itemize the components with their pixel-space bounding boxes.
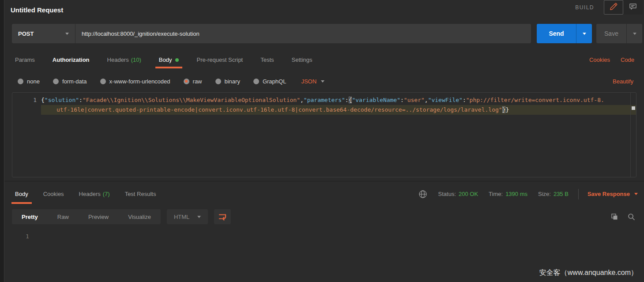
- meta-divider: [578, 189, 579, 199]
- pencil-icon: [609, 2, 618, 13]
- code-content-line-1-wrapped: utf-16le|convert.quoted-printable-encode…: [41, 105, 636, 115]
- tab-authorization[interactable]: Authorization: [53, 48, 90, 72]
- view-preview[interactable]: Preview: [79, 209, 118, 224]
- edit-mode-button[interactable]: [604, 0, 623, 15]
- response-line-number: 1: [26, 233, 29, 240]
- request-tabs-right: Cookies Code: [579, 48, 634, 72]
- status-badge: Status: 200 OK: [438, 191, 478, 197]
- modes-right: Beautify: [613, 77, 633, 85]
- editor-scrollbar-thumb[interactable]: [632, 106, 635, 110]
- tab-params[interactable]: Params: [15, 48, 35, 72]
- raw-language-value: JSON: [301, 78, 316, 85]
- chevron-down-icon: [65, 33, 69, 35]
- tab-pre-request-script[interactable]: Pre-request Script: [196, 48, 243, 72]
- request-header: Untitled Request BUILD: [4, 0, 644, 19]
- beautify-link[interactable]: Beautify: [613, 78, 633, 85]
- search-icon: [627, 213, 635, 221]
- response-tab-cookies[interactable]: Cookies: [43, 181, 64, 207]
- request-url-bar: POST Send Save: [4, 19, 644, 48]
- wrap-text-button[interactable]: [214, 209, 231, 224]
- send-options-button[interactable]: [576, 24, 592, 43]
- mode-x-www-form-urlencoded[interactable]: x-www-form-urlencoded: [100, 78, 170, 85]
- mode-raw-selected[interactable]: raw: [184, 78, 202, 85]
- response-body-viewer[interactable]: 1 安全客（www.anquanke.com）: [4, 227, 644, 282]
- radio-icon: [18, 79, 23, 84]
- tab-settings[interactable]: Settings: [292, 48, 313, 72]
- request-tabs: Params Authorization Headers (10) Body P…: [4, 48, 644, 72]
- save-response-button[interactable]: Save Response: [588, 191, 638, 197]
- globe-icon[interactable]: [418, 189, 428, 199]
- chevron-down-icon: [321, 80, 324, 83]
- view-visualize[interactable]: Visualize: [118, 209, 161, 224]
- url-input[interactable]: [75, 24, 531, 43]
- time-badge: Time: 1390 ms: [489, 191, 527, 197]
- response-tab-test-results[interactable]: Test Results: [125, 181, 156, 207]
- request-title: Untitled Request: [11, 6, 63, 14]
- view-pretty[interactable]: Pretty: [12, 209, 48, 224]
- radio-icon: [100, 79, 106, 84]
- http-method-select[interactable]: POST: [12, 24, 75, 43]
- mode-binary[interactable]: binary: [215, 78, 240, 85]
- line-number-empty: [12, 105, 41, 115]
- save-button-group: Save: [596, 24, 642, 43]
- save-button[interactable]: Save: [596, 24, 626, 43]
- cookies-link[interactable]: Cookies: [589, 56, 610, 63]
- tab-tests[interactable]: Tests: [260, 48, 274, 72]
- body-mode-row: none form-data x-www-form-urlencoded raw…: [4, 72, 644, 90]
- code-link[interactable]: Code: [621, 56, 634, 63]
- send-button[interactable]: Send: [537, 24, 576, 43]
- response-toolbar-right: [602, 213, 635, 221]
- response-view-segmented-control: Pretty Raw Preview Visualize: [12, 209, 161, 224]
- watermark-text: 安全客（www.anquanke.com）: [539, 268, 638, 278]
- save-options-button[interactable]: [626, 24, 642, 43]
- response-format-value: HTML: [174, 214, 189, 220]
- line-number: 1: [12, 95, 41, 105]
- response-format-select[interactable]: HTML: [167, 209, 208, 224]
- response-tab-body[interactable]: Body: [15, 181, 28, 207]
- chevron-down-icon: [634, 193, 638, 195]
- tab-body[interactable]: Body: [159, 48, 179, 72]
- radio-icon: [215, 79, 221, 84]
- size-value: 235 B: [554, 191, 569, 197]
- response-headers-count-badge: (7): [103, 191, 110, 197]
- header-right-controls: BUILD: [575, 0, 643, 15]
- raw-language-select[interactable]: JSON: [301, 78, 324, 85]
- search-response-button[interactable]: [627, 213, 635, 221]
- editor-line-1-wrap: utf-16le|convert.quoted-printable-encode…: [12, 105, 636, 115]
- request-body-editor[interactable]: 1 {"solution":"Facade\\Ignition\\Solutio…: [12, 92, 636, 177]
- response-view-toolbar: Pretty Raw Preview Visualize HTML: [4, 207, 644, 227]
- response-tabs-row: Body Cookies Headers (7) Test Results St…: [4, 181, 644, 207]
- http-method-value: POST: [18, 30, 34, 37]
- radio-selected-icon: [184, 79, 189, 84]
- postman-window: Untitled Request BUILD POST: [0, 0, 644, 282]
- mode-none[interactable]: none: [18, 78, 40, 85]
- main-pane: Untitled Request BUILD POST: [4, 0, 644, 282]
- headers-count-badge: (10): [131, 56, 141, 63]
- status-value: 200 OK: [459, 191, 478, 197]
- copy-response-button[interactable]: [610, 213, 618, 221]
- body-modified-dot: [175, 58, 179, 62]
- editor-line-1: 1 {"solution":"Facade\\Ignition\\Solutio…: [12, 95, 636, 105]
- comment-icon: [629, 2, 637, 13]
- view-raw[interactable]: Raw: [48, 209, 79, 224]
- send-button-group: Send: [537, 24, 592, 43]
- chevron-down-icon: [197, 216, 201, 218]
- code-content-line-1: {"solution":"Facade\\Ignition\\Solutions…: [41, 95, 636, 105]
- wrap-text-icon: [218, 212, 227, 221]
- collapsed-sidebar-edge: [0, 0, 4, 282]
- mode-graphql[interactable]: GraphQL: [253, 78, 286, 85]
- editor-scrollbar[interactable]: [630, 93, 636, 177]
- build-label: BUILD: [575, 4, 594, 11]
- mode-form-data[interactable]: form-data: [53, 78, 87, 85]
- tab-headers[interactable]: Headers (10): [107, 48, 141, 72]
- size-badge: Size: 235 B: [538, 191, 569, 197]
- time-value: 1390 ms: [505, 191, 527, 197]
- comments-button[interactable]: [623, 0, 643, 15]
- chevron-down-icon: [633, 33, 636, 35]
- radio-icon: [253, 79, 259, 84]
- copy-icon: [610, 213, 618, 221]
- response-tab-headers[interactable]: Headers (7): [79, 181, 110, 207]
- chevron-down-icon: [583, 33, 586, 35]
- radio-icon: [53, 79, 59, 84]
- response-meta: Status: 200 OK Time: 1390 ms Size: 235 B…: [418, 181, 638, 207]
